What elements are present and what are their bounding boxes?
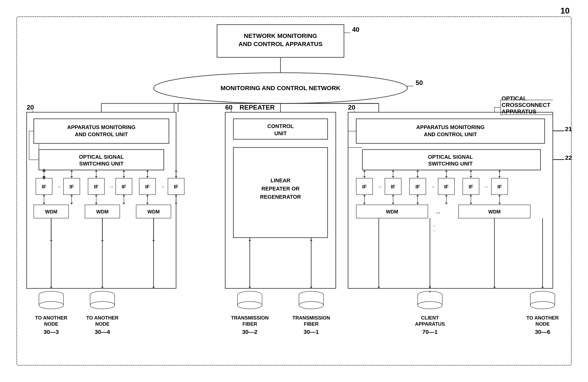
svg-text:IF: IF xyxy=(42,184,46,190)
svg-text:··: ·· xyxy=(378,183,381,190)
svg-text:IF: IF xyxy=(497,184,502,190)
svg-rect-112 xyxy=(233,148,328,238)
svg-text:IF: IF xyxy=(469,184,473,190)
svg-text:REPEATER OR: REPEATER OR xyxy=(261,186,299,192)
svg-text:IF: IF xyxy=(415,184,420,190)
svg-text:AND CONTROL UNIT: AND CONTROL UNIT xyxy=(424,131,477,137)
svg-text:30—6: 30—6 xyxy=(535,329,550,335)
svg-text:··: ·· xyxy=(436,208,440,217)
svg-text:NODE: NODE xyxy=(535,321,549,327)
svg-text:FIBER: FIBER xyxy=(304,321,318,327)
svg-text:20: 20 xyxy=(27,104,34,111)
svg-text:20: 20 xyxy=(348,104,356,111)
svg-text:SWITCHING UNIT: SWITCHING UNIT xyxy=(79,161,124,167)
svg-text:TRANSMISSION: TRANSMISSION xyxy=(292,315,330,320)
svg-text:WDM: WDM xyxy=(386,209,398,214)
svg-text:UNIT: UNIT xyxy=(274,130,287,136)
svg-text:IF: IF xyxy=(444,184,448,190)
svg-text:70—1: 70—1 xyxy=(422,329,438,335)
svg-text:IF: IF xyxy=(145,184,149,190)
svg-text:APPARATUS MONITORING: APPARATUS MONITORING xyxy=(416,124,485,130)
svg-text:··: ·· xyxy=(110,183,113,190)
svg-text:50: 50 xyxy=(416,79,423,86)
svg-overlay: NETWORK MONITORING AND CONTROL APPARATUS… xyxy=(0,0,588,382)
svg-text:NODE: NODE xyxy=(44,321,58,327)
svg-text:22: 22 xyxy=(565,154,572,161)
svg-text:CROSSCONNECT: CROSSCONNECT xyxy=(502,102,550,108)
svg-text:TO ANOTHER: TO ANOTHER xyxy=(526,315,559,320)
svg-text:NODE: NODE xyxy=(95,321,109,327)
svg-text:TO ANOTHER: TO ANOTHER xyxy=(86,315,118,320)
svg-text:30—2: 30—2 xyxy=(242,329,257,335)
svg-text:LINEAR: LINEAR xyxy=(271,177,291,184)
svg-text:··: ·· xyxy=(161,183,164,190)
svg-point-252 xyxy=(530,301,555,309)
svg-text:REGENERATOR: REGENERATOR xyxy=(260,194,301,200)
svg-text:CLIENT: CLIENT xyxy=(421,315,439,320)
svg-text:··: ·· xyxy=(58,183,61,190)
svg-text:30—3: 30—3 xyxy=(44,329,59,335)
svg-text:APPARATUS: APPARATUS xyxy=(502,108,536,115)
svg-text:IF: IF xyxy=(94,184,98,190)
svg-text:SWITCHING UNIT: SWITCHING UNIT xyxy=(428,161,473,167)
svg-rect-26 xyxy=(34,119,169,143)
svg-point-247 xyxy=(418,301,442,309)
svg-text:APPARATUS: APPARATUS xyxy=(415,321,445,327)
svg-text:WDM: WDM xyxy=(96,209,108,214)
svg-text:MONITORING AND CONTROL NETWORK: MONITORING AND CONTROL NETWORK xyxy=(220,85,340,91)
svg-text:OPTICAL SIGNAL: OPTICAL SIGNAL xyxy=(428,154,473,160)
svg-text:WDM: WDM xyxy=(45,209,57,214)
svg-text:IF: IF xyxy=(122,184,126,190)
svg-rect-135 xyxy=(356,119,545,143)
page-container: 10 NETWORK MONITORING AND CONTROL APPARA… xyxy=(0,0,588,382)
svg-text:40: 40 xyxy=(352,26,359,33)
svg-text:OPTICAL SIGNAL: OPTICAL SIGNAL xyxy=(79,154,124,160)
svg-point-237 xyxy=(237,301,262,309)
svg-text:IF: IF xyxy=(391,184,395,190)
svg-text:NETWORK MONITORING: NETWORK MONITORING xyxy=(244,32,317,39)
svg-text:21: 21 xyxy=(565,126,572,132)
svg-text:AND CONTROL UNIT: AND CONTROL UNIT xyxy=(75,131,128,137)
svg-text:AND CONTROL APPARATUS: AND CONTROL APPARATUS xyxy=(238,41,323,47)
svg-text:IF: IF xyxy=(69,184,74,190)
svg-point-242 xyxy=(299,301,323,309)
svg-text:·: · xyxy=(429,288,431,295)
svg-text:WDM: WDM xyxy=(488,209,501,214)
svg-text:WDM: WDM xyxy=(147,209,160,214)
svg-text:FIBER: FIBER xyxy=(242,321,257,327)
svg-text:30—1: 30—1 xyxy=(304,329,319,335)
svg-text:OPTICAL: OPTICAL xyxy=(502,95,527,102)
svg-text:30—4: 30—4 xyxy=(95,329,110,335)
svg-text:REPEATER: REPEATER xyxy=(240,104,275,111)
svg-text:·: · xyxy=(433,227,435,234)
svg-text:··: ·· xyxy=(485,183,488,190)
svg-text:IF: IF xyxy=(174,184,178,190)
svg-text:APPARATUS MONITORING: APPARATUS MONITORING xyxy=(67,124,136,130)
svg-text:CONTROL: CONTROL xyxy=(267,123,294,129)
svg-point-227 xyxy=(39,301,63,309)
svg-point-232 xyxy=(90,301,115,309)
svg-text:TRANSMISSION: TRANSMISSION xyxy=(231,315,269,320)
svg-text:··: ·· xyxy=(431,183,435,190)
svg-text:IF: IF xyxy=(362,184,366,190)
svg-text:TO ANOTHER: TO ANOTHER xyxy=(35,315,67,320)
